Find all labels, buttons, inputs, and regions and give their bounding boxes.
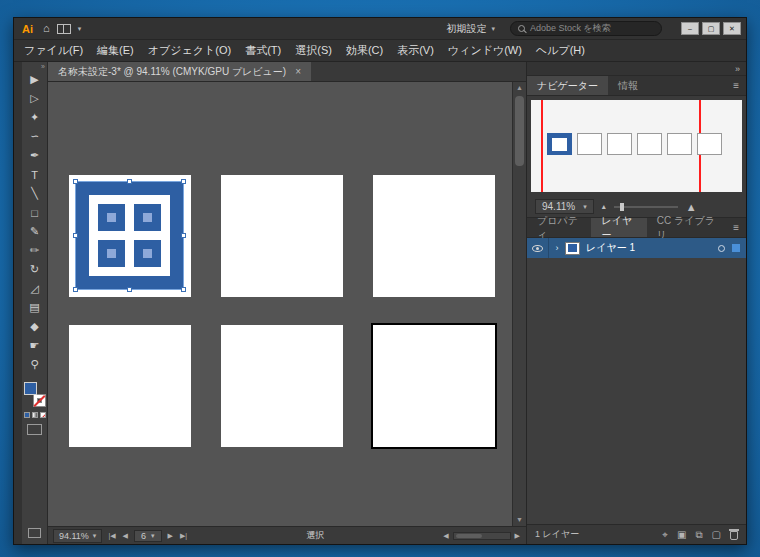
screen-mode-icon[interactable]	[28, 528, 41, 538]
menu-edit[interactable]: 編集(E)	[97, 43, 134, 58]
pen-tool[interactable]: ✒	[24, 146, 46, 165]
lasso-tool[interactable]: ∽	[24, 127, 46, 146]
selection-handle[interactable]	[127, 179, 132, 184]
scale-tool[interactable]: ◿	[24, 279, 46, 298]
workspace-switcher[interactable]: 初期設定 ▾	[446, 22, 495, 36]
color-button[interactable]	[24, 412, 30, 418]
locate-object-icon[interactable]: ⌖	[662, 529, 668, 541]
tab-close-icon[interactable]: ×	[295, 66, 301, 77]
expand-layer-icon[interactable]: ›	[549, 243, 565, 253]
selection-handle[interactable]	[181, 233, 186, 238]
artboard-4[interactable]	[69, 325, 191, 447]
vertical-scroll-thumb[interactable]	[515, 96, 524, 166]
selection-tool[interactable]: ▶	[24, 70, 46, 89]
scroll-left-icon[interactable]: ◀	[442, 532, 449, 540]
line-segment-tool[interactable]: ╲	[24, 184, 46, 203]
layer-name[interactable]: レイヤー 1	[586, 241, 718, 255]
new-layer-icon[interactable]: ▢	[712, 529, 721, 540]
artboard-3[interactable]	[373, 175, 495, 297]
horizontal-scroll-track[interactable]	[453, 532, 511, 540]
arrange-caret-icon[interactable]: ▾	[78, 25, 82, 33]
hand-tool[interactable]: ☛	[24, 336, 46, 355]
zoom-dropdown[interactable]: 94.11% ▾	[53, 529, 102, 543]
maximize-button[interactable]: ▢	[702, 22, 720, 35]
menu-view[interactable]: 表示(V)	[397, 43, 434, 58]
trash-icon[interactable]	[730, 531, 738, 540]
panel-menu-icon[interactable]: ≡	[726, 222, 746, 233]
panel-menu-icon[interactable]: ≡	[726, 80, 746, 91]
rectangle-tool[interactable]: □	[24, 203, 46, 222]
stroke-swatch[interactable]	[33, 394, 46, 407]
next-artboard-button[interactable]: ▶	[167, 532, 174, 540]
menu-effect[interactable]: 効果(C)	[346, 43, 383, 58]
zoom-in-icon[interactable]: ▲	[686, 201, 697, 213]
artboard-6-active[interactable]	[373, 325, 495, 447]
home-icon[interactable]: ⌂	[43, 23, 50, 34]
artboard-number-dropdown[interactable]: 6 ▾	[134, 530, 162, 542]
eyedropper-tool[interactable]: ◆	[24, 317, 46, 336]
horizontal-scroll-thumb[interactable]	[456, 534, 482, 538]
paintbrush-tool[interactable]: ✎	[24, 222, 46, 241]
zoom-slider-handle[interactable]	[620, 203, 624, 211]
menu-type[interactable]: 書式(T)	[245, 43, 281, 58]
tab-properties[interactable]: プロパティ	[527, 218, 591, 237]
selection-indicator[interactable]	[732, 244, 740, 252]
selection-handle[interactable]	[73, 287, 78, 292]
pencil-tool[interactable]: ✏	[24, 241, 46, 260]
make-clip-mask-icon[interactable]: ▣	[677, 529, 686, 540]
menu-select[interactable]: 選択(S)	[295, 43, 332, 58]
arrange-documents-icon[interactable]	[57, 24, 71, 34]
layer-row-selected[interactable]: › レイヤー 1	[527, 238, 746, 258]
target-circle-icon[interactable]	[718, 245, 725, 252]
drawing-mode-icon[interactable]	[27, 424, 42, 435]
navigator-preview[interactable]	[531, 100, 742, 192]
new-sublayer-icon[interactable]: ⧉	[695, 529, 702, 541]
type-tool[interactable]: T	[24, 165, 46, 184]
zoom-out-icon[interactable]: ▴	[602, 202, 606, 211]
direct-selection-tool[interactable]: ▷	[24, 89, 46, 108]
document-tab[interactable]: 名称未設定-3* @ 94.11% (CMYK/GPU プレビュー) ×	[48, 62, 311, 81]
menu-file[interactable]: ファイル(F)	[24, 43, 83, 58]
artboard-2[interactable]	[221, 175, 343, 297]
prev-artboard-button[interactable]: ◀	[122, 532, 129, 540]
navigator-zoom-dropdown[interactable]: 94.11% ▾	[535, 199, 594, 214]
selection-handle[interactable]	[73, 179, 78, 184]
first-artboard-button[interactable]: |◀	[107, 532, 116, 540]
fill-swatch[interactable]	[24, 382, 37, 395]
selection-handle[interactable]	[181, 179, 186, 184]
stock-search-input[interactable]: Adobe Stock を検索	[510, 21, 662, 36]
magic-wand-tool[interactable]: ✦	[24, 108, 46, 127]
minimize-button[interactable]: –	[681, 22, 699, 35]
gradient-tool-icon: ▤	[29, 301, 39, 314]
close-button[interactable]: ✕	[723, 22, 741, 35]
artboard-1[interactable]	[69, 175, 191, 297]
tab-layers[interactable]: レイヤー	[591, 218, 646, 237]
gradient-button[interactable]	[32, 412, 38, 418]
none-button[interactable]	[40, 412, 46, 418]
zoom-tool[interactable]: ⚲	[24, 355, 46, 374]
vertical-scrollbar[interactable]: ▲ ▼	[512, 82, 526, 526]
tab-navigator[interactable]: ナビゲーター	[527, 76, 608, 95]
artboard-5[interactable]	[221, 325, 343, 447]
rotate-tool[interactable]: ↻	[24, 260, 46, 279]
scroll-down-icon[interactable]: ▼	[513, 514, 526, 526]
collapse-panels-icon[interactable]: »	[735, 64, 740, 74]
gradient-tool[interactable]: ▤	[24, 298, 46, 317]
selected-artwork[interactable]	[76, 182, 183, 289]
toolbar-collapse-icon[interactable]: »	[41, 63, 45, 70]
zoom-slider[interactable]	[614, 206, 678, 208]
last-artboard-button[interactable]: ▶|	[179, 532, 188, 540]
tab-info[interactable]: 情報	[608, 76, 648, 95]
menu-help[interactable]: ヘルプ(H)	[536, 43, 585, 58]
visibility-toggle[interactable]	[527, 238, 549, 258]
selection-handle[interactable]	[127, 287, 132, 292]
selection-handle[interactable]	[73, 233, 78, 238]
scroll-up-icon[interactable]: ▲	[513, 82, 526, 94]
scroll-right-icon[interactable]: ▶	[514, 532, 521, 540]
menu-object[interactable]: オブジェクト(O)	[148, 43, 231, 58]
tab-cc-libraries[interactable]: CC ライブラリ	[647, 218, 726, 237]
horizontal-scrollbar[interactable]: ◀ ▶	[442, 532, 521, 540]
selection-handle[interactable]	[181, 287, 186, 292]
menu-window[interactable]: ウィンドウ(W)	[448, 43, 522, 58]
canvas[interactable]: ▲ ▼	[48, 82, 526, 526]
